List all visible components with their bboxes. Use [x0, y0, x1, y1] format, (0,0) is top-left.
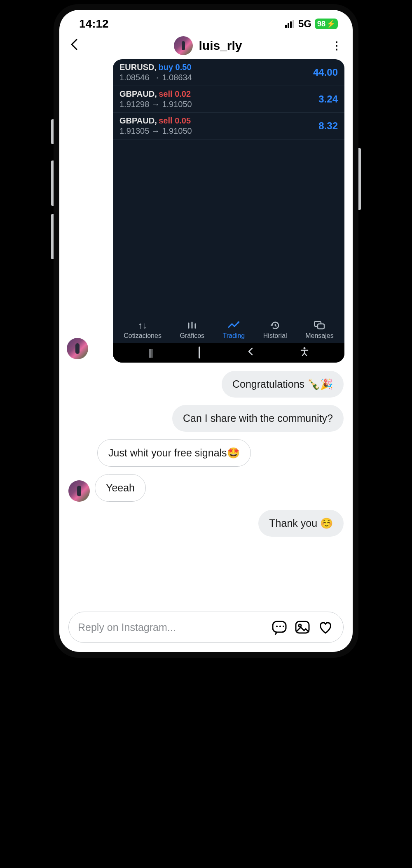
- svg-point-7: [283, 626, 284, 627]
- status-right: 5G 98⚡: [285, 18, 338, 30]
- phone-power-button: [358, 148, 361, 210]
- quotes-icon: ↑↓: [138, 321, 147, 330]
- trade-value: 8.32: [318, 120, 338, 132]
- more-options-button[interactable]: ⋮: [330, 40, 342, 52]
- trade-row: EURUSD, buy 0.50 1.08546 → 1.08634 44.00: [113, 59, 344, 86]
- trade-pair: GBPAUD,: [119, 89, 157, 98]
- sticker-icon[interactable]: [271, 619, 288, 636]
- history-icon: [270, 321, 280, 330]
- trade-pair: GBPAUD,: [119, 116, 157, 125]
- trade-row: GBPAUD, sell 0.05 1.91305 → 1.91050 8.32: [113, 113, 344, 140]
- trade-prices: 1.91305 → 1.91050: [119, 126, 192, 136]
- trade-direction: sell 0.05: [159, 116, 191, 125]
- back-button[interactable]: [70, 38, 87, 54]
- embedded-screenshot[interactable]: EURUSD, buy 0.50 1.08546 → 1.08634 44.00…: [113, 59, 344, 363]
- trade-row: GBPAUD, sell 0.02 1.91298 → 1.91050 3.24: [113, 86, 344, 113]
- android-back-icon[interactable]: [247, 347, 254, 358]
- trade-empty-area: [113, 140, 344, 316]
- tab-cotizaciones[interactable]: ↑↓ Cotizaciones: [124, 321, 162, 340]
- trade-value: 44.00: [313, 67, 338, 78]
- android-recents-icon[interactable]: |||: [149, 347, 152, 358]
- phone-volume-down: [51, 214, 54, 259]
- messages-icon: [314, 321, 325, 330]
- phone-frame: 14:12 5G 98⚡ luis_rly ⋮: [54, 4, 358, 658]
- chat-header: luis_rly ⋮: [59, 34, 353, 59]
- reply-input[interactable]: Reply on Instagram...: [68, 612, 344, 643]
- message-row: Just whit your free signals🤩: [68, 439, 344, 467]
- trade-direction: buy 0.50: [158, 63, 191, 72]
- trade-prices: 1.91298 → 1.91050: [119, 100, 192, 109]
- reply-placeholder: Reply on Instagram...: [78, 621, 265, 633]
- header-username[interactable]: luis_rly: [199, 39, 242, 53]
- trade-direction: sell 0.02: [159, 89, 191, 98]
- status-bar: 14:12 5G 98⚡: [59, 17, 353, 34]
- trading-app-tabs: ↑↓ Cotizaciones Gráficos Trading: [113, 316, 344, 343]
- svg-rect-8: [296, 621, 309, 633]
- charts-icon: [187, 321, 197, 330]
- tab-historial[interactable]: Historial: [263, 321, 287, 340]
- phone-volume-up: [51, 161, 54, 206]
- message-row: Congratulations 🍾🎉: [68, 371, 344, 398]
- trade-value: 3.24: [318, 93, 338, 105]
- battery-badge: 98⚡: [315, 19, 338, 29]
- heart-icon[interactable]: [317, 619, 334, 636]
- tab-trading[interactable]: Trading: [223, 321, 245, 340]
- svg-point-5: [276, 626, 278, 627]
- svg-point-6: [279, 626, 281, 627]
- trade-pair: EURUSD,: [119, 63, 157, 72]
- received-bubble[interactable]: Yeeah: [95, 474, 146, 502]
- trade-prices: 1.08546 → 1.08634: [119, 73, 192, 82]
- signal-icon: [285, 20, 294, 28]
- sent-bubble[interactable]: Congratulations 🍾🎉: [222, 371, 344, 398]
- network-label: 5G: [298, 18, 311, 30]
- screen: 14:12 5G 98⚡ luis_rly ⋮: [59, 10, 353, 652]
- received-bubble[interactable]: Just whit your free signals🤩: [97, 439, 251, 467]
- header-avatar[interactable]: [174, 36, 193, 55]
- messages-list: Congratulations 🍾🎉 Can I share with the …: [59, 363, 353, 537]
- trading-icon: [228, 321, 239, 330]
- sender-avatar[interactable]: [68, 480, 90, 502]
- message-row: Yeeah: [68, 474, 344, 502]
- sender-avatar[interactable]: [67, 338, 88, 359]
- tab-graficos[interactable]: Gráficos: [180, 321, 204, 340]
- android-accessibility-icon[interactable]: [300, 347, 309, 358]
- phone-side-button: [51, 119, 54, 144]
- sent-bubble[interactable]: Can I share with the community?: [172, 405, 344, 432]
- gallery-icon[interactable]: [294, 619, 311, 636]
- android-nav-bar: |||: [113, 343, 344, 363]
- svg-rect-2: [318, 324, 324, 329]
- sent-bubble[interactable]: Thank you ☺️: [258, 510, 344, 537]
- message-row: Thank you ☺️: [68, 510, 344, 537]
- message-row: Can I share with the community?: [68, 405, 344, 432]
- status-time: 14:12: [79, 17, 109, 30]
- android-home-icon[interactable]: [199, 347, 200, 358]
- message-image-row: EURUSD, buy 0.50 1.08546 → 1.08634 44.00…: [59, 59, 353, 363]
- svg-point-3: [304, 347, 306, 349]
- tab-mensajes[interactable]: Mensajes: [305, 321, 333, 340]
